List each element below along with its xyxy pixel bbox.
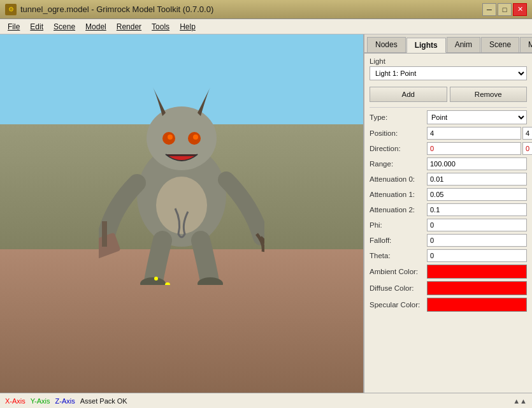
falloff-label: Falloff:	[370, 237, 427, 244]
diffuse-color-box[interactable]	[427, 281, 527, 295]
specular-color-row: Specular Color:	[370, 298, 527, 312]
attenuation0-inputs	[427, 173, 527, 186]
maximize-button[interactable]: □	[498, 3, 512, 16]
theta-label: Theta:	[370, 252, 427, 259]
range-input[interactable]	[427, 157, 527, 170]
ambient-color-label: Ambient Color:	[370, 268, 427, 275]
direction-inputs	[427, 142, 532, 155]
tab-lights[interactable]: Lights	[406, 38, 446, 53]
asset-ok-label: Asset Pack OK	[80, 397, 127, 405]
direction-row: Direction:	[370, 142, 527, 155]
tab-bar: Nodes Lights Anim Scene Matls	[364, 34, 532, 54]
minimize-button[interactable]: ─	[482, 3, 496, 16]
position-row: Position:	[370, 127, 527, 140]
attenuation2-row: Attenuation 2:	[370, 203, 527, 216]
viewport[interactable]	[0, 34, 363, 393]
menu-help[interactable]: Help	[175, 21, 201, 33]
ambient-color-row: Ambient Color:	[370, 265, 527, 279]
svg-rect-7	[102, 221, 107, 247]
falloff-inputs	[427, 234, 527, 247]
phi-row: Phi:	[370, 219, 527, 231]
attenuation0-label: Attenuation 0:	[370, 175, 427, 183]
titlebar: ⚙ tunnel_ogre.model - Grimrock Model Too…	[0, 0, 532, 19]
menu-model[interactable]: Model	[80, 21, 111, 33]
monster-model	[99, 81, 264, 285]
range-row: Range:	[370, 157, 527, 170]
remove-button[interactable]: Remove	[450, 87, 528, 102]
main-content: Nodes Lights Anim Scene Matls Light Ligh…	[0, 34, 532, 393]
menubar: File Edit Scene Model Render Tools Help	[0, 19, 532, 34]
phi-inputs	[427, 219, 527, 231]
type-row: Type: Point Spot Directional	[370, 110, 527, 124]
falloff-row: Falloff:	[370, 234, 527, 247]
add-button[interactable]: Add	[370, 87, 447, 102]
specular-color-label: Specular Color:	[370, 301, 427, 309]
svg-point-11	[165, 282, 170, 285]
tab-nodes[interactable]: Nodes	[367, 37, 406, 52]
specular-color-box[interactable]	[427, 298, 527, 312]
position-inputs	[427, 127, 532, 140]
phi-input[interactable]	[427, 219, 527, 231]
attenuation2-input[interactable]	[427, 203, 527, 216]
status-dots: ▲▲	[513, 397, 527, 405]
tab-anim[interactable]: Anim	[447, 37, 480, 52]
direction-x-input[interactable]	[427, 142, 521, 155]
attenuation1-row: Attenuation 1:	[370, 188, 527, 201]
divider-1	[370, 107, 527, 108]
app-icon: ⚙	[5, 4, 17, 15]
right-panel: Nodes Lights Anim Scene Matls Light Ligh…	[363, 34, 532, 393]
x-axis-label: X-Axis	[5, 397, 25, 405]
svg-point-4	[168, 135, 173, 140]
position-label: Position:	[370, 129, 427, 137]
theta-input[interactable]	[427, 249, 527, 262]
ambient-color-box[interactable]	[427, 265, 527, 279]
theta-row: Theta:	[370, 249, 527, 262]
position-y-input[interactable]	[522, 127, 532, 140]
menu-scene[interactable]: Scene	[48, 21, 80, 33]
y-axis-label: Y-Axis	[31, 397, 50, 405]
type-select[interactable]: Point Spot Directional	[427, 110, 527, 124]
attenuation0-row: Attenuation 0:	[370, 173, 527, 186]
titlebar-left: ⚙ tunnel_ogre.model - Grimrock Model Too…	[5, 4, 213, 15]
menu-tools[interactable]: Tools	[147, 21, 175, 33]
panel-content: Light Light 1: Point Add Remove Type: Po…	[364, 54, 532, 393]
svg-point-10	[156, 177, 207, 234]
statusbar: X-Axis Y-Axis Z-Axis Asset Pack OK ▲▲	[0, 393, 532, 408]
z-axis-label: Z-Axis	[55, 397, 75, 405]
theta-inputs	[427, 249, 527, 262]
range-inputs	[427, 157, 527, 170]
range-label: Range:	[370, 160, 427, 168]
add-remove-row: Add Remove	[370, 87, 527, 102]
attenuation2-inputs	[427, 203, 527, 216]
svg-point-5	[193, 135, 198, 140]
direction-y-input[interactable]	[522, 142, 532, 155]
attenuation1-label: Attenuation 1:	[370, 191, 427, 198]
svg-point-13	[154, 277, 158, 280]
tab-matls[interactable]: Matls	[520, 37, 532, 52]
attenuation2-label: Attenuation 2:	[370, 206, 427, 214]
tab-scene[interactable]: Scene	[481, 37, 519, 52]
direction-label: Direction:	[370, 145, 427, 152]
window-title: tunnel_ogre.model - Grimrock Model Toolk…	[20, 4, 213, 14]
menu-edit[interactable]: Edit	[25, 21, 48, 33]
diffuse-color-row: Diffuse Color:	[370, 281, 527, 295]
phi-label: Phi:	[370, 221, 427, 229]
close-button[interactable]: ✕	[513, 3, 527, 16]
diffuse-color-label: Diffuse Color:	[370, 284, 427, 292]
falloff-input[interactable]	[427, 234, 527, 247]
attenuation1-inputs	[427, 188, 527, 201]
menu-render[interactable]: Render	[111, 21, 147, 33]
type-label: Type:	[370, 113, 427, 121]
position-x-input[interactable]	[427, 127, 521, 140]
light-label: Light	[370, 57, 527, 65]
window-controls: ─ □ ✕	[482, 3, 527, 16]
light-selector-group: Light Light 1: Point	[370, 57, 527, 84]
attenuation0-input[interactable]	[427, 173, 527, 186]
attenuation1-input[interactable]	[427, 188, 527, 201]
light-select[interactable]: Light 1: Point	[370, 66, 527, 80]
menu-file[interactable]: File	[3, 21, 25, 33]
